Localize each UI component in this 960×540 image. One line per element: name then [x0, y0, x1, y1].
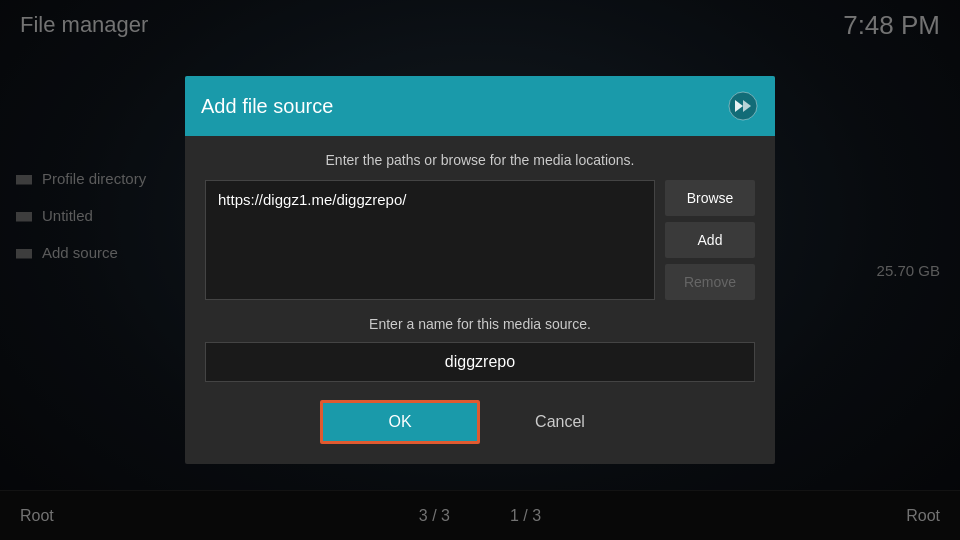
source-action-buttons: Browse Add Remove [665, 180, 755, 300]
name-value: diggzrepo [445, 353, 515, 370]
name-input[interactable]: diggzrepo [205, 342, 755, 382]
url-value: https://diggz1.me/diggzrepo/ [218, 191, 406, 208]
source-row: https://diggz1.me/diggzrepo/ Browse Add … [205, 180, 755, 300]
ok-button[interactable]: OK [320, 400, 480, 444]
cancel-button[interactable]: Cancel [480, 400, 640, 444]
add-file-source-dialog: Add file source Enter the paths or brows… [185, 76, 775, 464]
browse-button[interactable]: Browse [665, 180, 755, 216]
dialog-title: Add file source [201, 95, 333, 118]
url-input[interactable]: https://diggz1.me/diggzrepo/ [205, 180, 655, 300]
dialog-buttons: OK Cancel [205, 400, 755, 444]
dialog-body: Enter the paths or browse for the media … [185, 136, 775, 464]
name-instruction: Enter a name for this media source. [205, 316, 755, 332]
dialog-instruction: Enter the paths or browse for the media … [205, 152, 755, 168]
dialog-header: Add file source [185, 76, 775, 136]
add-button[interactable]: Add [665, 222, 755, 258]
kodi-logo-icon [727, 90, 759, 122]
remove-button[interactable]: Remove [665, 264, 755, 300]
